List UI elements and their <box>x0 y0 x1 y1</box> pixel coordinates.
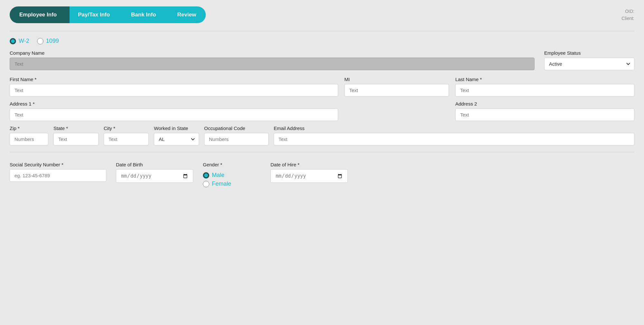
client-label: Client: <box>621 15 634 22</box>
bottom-section: Social Security Number * Date of Birth G… <box>10 159 634 187</box>
tab-review[interactable]: Review <box>165 6 206 23</box>
male-radio-label[interactable]: Male <box>203 172 261 179</box>
name-row: First Name * MI Last Name * <box>10 77 634 97</box>
ssn-input[interactable] <box>10 169 106 182</box>
city-input[interactable] <box>104 133 149 145</box>
hire-date-field: Date of Hire * <box>270 162 348 183</box>
dob-input[interactable] <box>116 169 193 183</box>
first-name-field: First Name * <box>10 77 338 97</box>
employee-status-field: Employee Status Active Inactive Terminat… <box>544 50 634 70</box>
employee-status-select[interactable]: Active Inactive Terminated <box>544 58 634 70</box>
oid-client-area: OID: Client: <box>621 8 634 22</box>
email-field: Email Address <box>274 125 634 145</box>
first-name-input[interactable] <box>10 84 338 97</box>
address1-input[interactable] <box>10 108 338 121</box>
male-radio[interactable] <box>203 172 209 179</box>
tab-pay-tax-info[interactable]: Pay/Tax Info <box>65 6 123 23</box>
gender-label: Gender * <box>203 162 261 167</box>
top-divider <box>10 31 634 31</box>
w2-radio-label[interactable]: W-2 <box>10 38 29 44</box>
company-name-label: Company Name <box>10 50 535 56</box>
gender-options: Male Female <box>203 172 261 187</box>
dob-field: Date of Birth <box>116 162 193 183</box>
occ-code-input[interactable] <box>204 133 269 145</box>
zip-field: Zip * <box>10 125 48 145</box>
address1-label: Address 1 * <box>10 101 338 107</box>
state-label: State * <box>53 125 99 131</box>
address1-field: Address 1 * <box>10 101 338 121</box>
city-field: City * <box>104 125 149 145</box>
middle-divider <box>10 152 634 152</box>
w2-radio[interactable] <box>10 38 16 44</box>
zip-input[interactable] <box>10 133 48 145</box>
address2-label: Address 2 <box>455 101 634 107</box>
company-name-input[interactable] <box>10 58 535 70</box>
address2-input[interactable] <box>455 108 634 121</box>
ssn-field: Social Security Number * <box>10 162 106 182</box>
worked-in-state-select[interactable]: AL AK AZ AR CA <box>154 133 199 145</box>
hire-date-input[interactable] <box>270 169 348 183</box>
last-name-input[interactable] <box>455 84 634 97</box>
occ-code-label: Occupational Code <box>204 125 269 131</box>
1099-radio[interactable] <box>37 38 43 44</box>
1099-radio-label[interactable]: 1099 <box>37 38 59 44</box>
gender-field: Gender * Male Female <box>203 162 261 187</box>
occ-code-field: Occupational Code <box>204 125 269 145</box>
company-name-field: Company Name <box>10 50 535 70</box>
tab-employee-info[interactable]: Employee Info <box>10 6 70 23</box>
hire-date-label: Date of Hire * <box>270 162 348 167</box>
email-label: Email Address <box>274 125 634 131</box>
mi-field: MI <box>345 77 449 97</box>
employee-status-label: Employee Status <box>544 50 634 56</box>
worked-in-state-label: Worked in State <box>154 125 199 131</box>
oid-label: OID: <box>621 8 634 15</box>
city-label: City * <box>104 125 149 131</box>
state-field: State * <box>53 125 99 145</box>
dob-label: Date of Birth <box>116 162 193 167</box>
address2-field: Address 2 <box>455 101 634 121</box>
employee-info-form: W-2 1099 Company Name Employee Status Ac… <box>10 38 634 194</box>
mi-input[interactable] <box>345 84 449 97</box>
zip-label: Zip * <box>10 125 48 131</box>
last-name-label: Last Name * <box>455 77 634 82</box>
female-radio[interactable] <box>203 181 209 187</box>
worked-in-state-field: Worked in State AL AK AZ AR CA <box>154 125 199 145</box>
last-name-field: Last Name * <box>455 77 634 97</box>
company-status-row: Company Name Employee Status Active Inac… <box>10 50 634 70</box>
state-input[interactable] <box>53 133 99 145</box>
tab-bank-info[interactable]: Bank Info <box>118 6 169 23</box>
first-name-label: First Name * <box>10 77 338 82</box>
address-row: Address 1 * Address 2 <box>10 101 634 121</box>
mi-label: MI <box>345 77 449 82</box>
zip-state-city-row: Zip * State * City * Worked in State AL … <box>10 125 634 145</box>
tab-bar: Employee Info Pay/Tax Info Bank Info Rev… <box>10 6 634 23</box>
email-input[interactable] <box>274 133 634 145</box>
ssn-label: Social Security Number * <box>10 162 106 167</box>
tax-type-radio-group: W-2 1099 <box>10 38 634 44</box>
female-radio-label[interactable]: Female <box>203 181 261 187</box>
